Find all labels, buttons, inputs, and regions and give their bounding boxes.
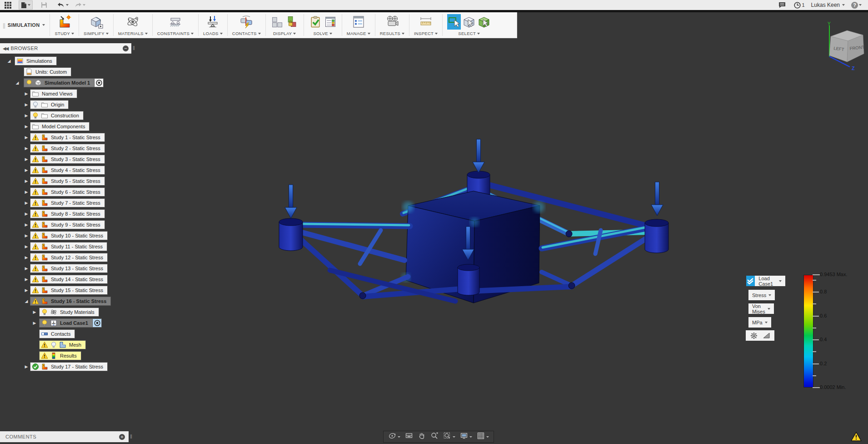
- tree-node-box[interactable]: Study 8 - Static Stress: [30, 209, 105, 218]
- expand-arrow-icon[interactable]: ▶: [24, 266, 29, 271]
- tree-node-box[interactable]: Simulation Model 1: [24, 78, 95, 87]
- tree-row-simulations[interactable]: ◢Simulations: [0, 56, 136, 66]
- tree-row-mesh[interactable]: Mesh: [0, 339, 136, 350]
- comments-resize-handle[interactable]: ‖: [130, 434, 132, 440]
- orbit-button[interactable]: [386, 431, 402, 442]
- expand-arrow-icon[interactable]: ▶: [24, 146, 29, 151]
- tree-node-box[interactable]: Study Materials: [39, 308, 99, 317]
- tree-row-study-8-static-stress[interactable]: ▶Study 8 - Static Stress: [0, 208, 136, 219]
- activate-radio-icon[interactable]: [95, 78, 104, 87]
- tree-node-box[interactable]: Study 9 - Static Stress: [30, 220, 105, 229]
- expand-arrow-icon[interactable]: ▶: [24, 222, 29, 227]
- minimize-panel-icon[interactable]: −: [123, 45, 129, 51]
- help-menu[interactable]: ?: [849, 0, 863, 10]
- expand-arrow-icon[interactable]: ▶: [24, 364, 29, 369]
- expand-arrow-icon[interactable]: ▶: [24, 135, 29, 140]
- tree-node-box[interactable]: Named Views: [30, 89, 77, 98]
- file-menu-button[interactable]: [19, 0, 33, 10]
- app-grid-button[interactable]: [3, 0, 13, 10]
- tree-node-box[interactable]: Study 5 - Static Stress: [30, 177, 105, 186]
- ribbon-group-loads[interactable]: LOADS: [199, 12, 227, 38]
- tree-row-study-16-static-stress[interactable]: ◢Study 16 - Static Stress: [0, 296, 136, 307]
- tree-row-study-14-static-stress[interactable]: ▶Study 14 - Static Stress: [0, 274, 136, 285]
- tree-row-study-17-static-stress[interactable]: ▶Study 17 - Static Stress: [0, 361, 136, 372]
- collapse-arrow-icon[interactable]: ◢: [6, 59, 12, 63]
- tree-node-box[interactable]: Study 6 - Static Stress: [30, 187, 105, 197]
- tree-node-box[interactable]: Study 16 - Static Stress: [30, 297, 111, 306]
- panel-resize-handle[interactable]: ‖: [133, 45, 135, 51]
- expand-arrow-icon[interactable]: ▶: [32, 310, 37, 314]
- tree-row-named-views[interactable]: ▶Named Views: [0, 88, 136, 99]
- tree-node-box[interactable]: Study 11 - Static Stress: [30, 242, 107, 251]
- tree-row-study-6-static-stress[interactable]: ▶Study 6 - Static Stress: [0, 187, 136, 197]
- add-comment-icon[interactable]: +: [119, 434, 125, 440]
- display-a-icon[interactable]: [270, 14, 284, 30]
- tree-row-study-2-static-stress[interactable]: ▶Study 2 - Static Stress: [0, 143, 136, 154]
- look-at-button[interactable]: [403, 431, 415, 442]
- undo-button[interactable]: [55, 0, 70, 10]
- ribbon-group-manage[interactable]: MANAGE: [342, 12, 375, 38]
- expand-arrow-icon[interactable]: ▶: [24, 190, 29, 194]
- display-b-icon[interactable]: [285, 14, 299, 30]
- tree-node-box[interactable]: Mesh: [39, 340, 86, 349]
- tree-node-box[interactable]: Origin: [30, 100, 69, 109]
- tree-node-box[interactable]: Study 7 - Static Stress: [30, 198, 105, 207]
- comments-feedback-button[interactable]: [777, 0, 788, 10]
- expand-arrow-icon[interactable]: ▶: [32, 321, 37, 325]
- ribbon-group-results[interactable]: RESULTS: [375, 12, 409, 38]
- result-type-dropdown[interactable]: Von Mises: [748, 303, 774, 314]
- tree-node-box[interactable]: Study 2 - Static Stress: [30, 144, 105, 153]
- redo-button[interactable]: [72, 0, 87, 10]
- expand-arrow-icon[interactable]: ▶: [24, 157, 29, 161]
- tree-node-box[interactable]: Simulations: [15, 56, 57, 66]
- expand-arrow-icon[interactable]: ▶: [24, 179, 29, 183]
- activate-radio-icon[interactable]: [93, 318, 102, 328]
- tree-node-box[interactable]: Study 3 - Static Stress: [30, 155, 105, 164]
- tree-row-study-materials[interactable]: ▶Study Materials: [0, 307, 136, 318]
- view-cube[interactable]: Y Z LEFT FRONT: [822, 22, 867, 73]
- tree-node-box[interactable]: Study 14 - Static Stress: [30, 275, 108, 284]
- simplify-icon[interactable]: [88, 14, 104, 30]
- unit-dropdown[interactable]: MPa: [748, 317, 771, 328]
- tree-node-box[interactable]: Study 1 - Static Stress: [30, 133, 105, 142]
- expand-arrow-icon[interactable]: ▶: [24, 91, 29, 96]
- job-status-button[interactable]: 1: [792, 0, 806, 10]
- tree-row-simulation-model-1[interactable]: ◢Simulation Model 1: [0, 77, 136, 88]
- expand-arrow-icon[interactable]: ▶: [24, 233, 29, 238]
- tree-row-contacts[interactable]: Contacts: [0, 328, 136, 339]
- tree-row-study-10-static-stress[interactable]: ▶Study 10 - Static Stress: [0, 230, 136, 241]
- collapse-arrow-icon[interactable]: ◢: [15, 81, 20, 85]
- tree-node-box[interactable]: Load Case1: [39, 318, 93, 328]
- ribbon-group-study[interactable]: STUDY: [50, 12, 79, 38]
- select-cube-icon[interactable]: [462, 14, 476, 30]
- ribbon-group-select[interactable]: SELECT: [443, 12, 495, 38]
- tree-row-study-3-static-stress[interactable]: ▶Study 3 - Static Stress: [0, 154, 136, 165]
- tree-row-study-5-static-stress[interactable]: ▶Study 5 - Static Stress: [0, 176, 136, 187]
- tree-node-box[interactable]: Study 13 - Static Stress: [30, 264, 108, 273]
- tree-node-box[interactable]: Units: Custom: [24, 67, 71, 76]
- expand-arrow-icon[interactable]: ▶: [24, 244, 29, 249]
- tree-row-study-13-static-stress[interactable]: ▶Study 13 - Static Stress: [0, 263, 136, 274]
- status-warning-icon[interactable]: [851, 432, 862, 441]
- tree-row-construction[interactable]: ▶Construction: [0, 110, 136, 121]
- load-case-dropdown[interactable]: Load Case1: [755, 276, 785, 286]
- expand-arrow-icon[interactable]: ▶: [24, 277, 29, 282]
- load-case-visibility-toggle[interactable]: [746, 276, 755, 286]
- tree-row-units-custom[interactable]: Units: Custom: [0, 66, 136, 77]
- tree-node-box[interactable]: Construction: [30, 111, 84, 120]
- tree-row-results[interactable]: Results: [0, 350, 136, 361]
- workspace-switcher[interactable]: || SIMULATION: [0, 12, 50, 38]
- pan-button[interactable]: [416, 431, 428, 442]
- legend-ramp-icon[interactable]: [763, 333, 770, 338]
- materials-icon[interactable]: [125, 14, 140, 30]
- loads-icon[interactable]: [205, 14, 220, 30]
- tree-node-box[interactable]: Study 10 - Static Stress: [30, 231, 108, 240]
- tree-row-origin[interactable]: ▶Origin: [0, 99, 136, 110]
- expand-arrow-icon[interactable]: ▶: [24, 212, 29, 216]
- expand-arrow-icon[interactable]: ▶: [24, 288, 29, 293]
- ribbon-group-inspect[interactable]: INSPECT: [409, 12, 442, 38]
- collapse-arrow-icon[interactable]: ◢: [24, 299, 29, 303]
- ribbon-group-simplify[interactable]: SIMPLIFY: [79, 12, 113, 38]
- tree-node-box[interactable]: Contacts: [39, 329, 75, 338]
- expand-arrow-icon[interactable]: ▶: [24, 102, 29, 107]
